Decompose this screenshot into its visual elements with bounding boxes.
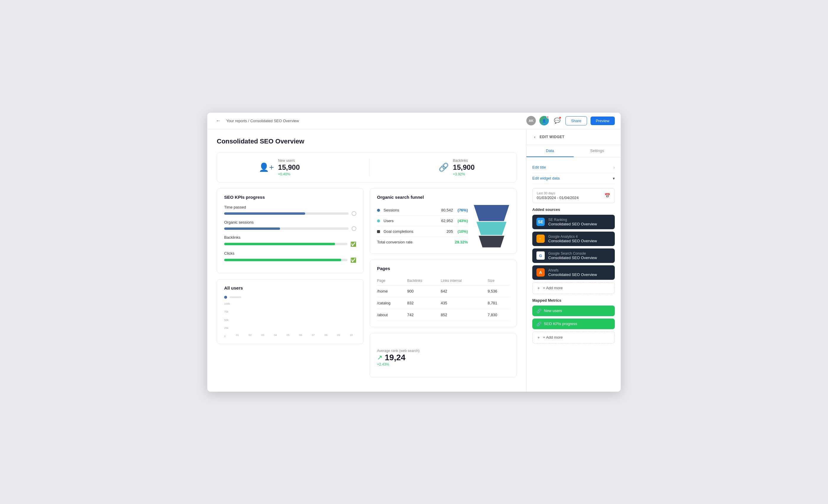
mapped-metrics-label: Mapped Metrics bbox=[532, 298, 615, 303]
edit-title-arrow-icon: › bbox=[613, 165, 615, 170]
add-source-button[interactable]: ＋ + Add more bbox=[532, 282, 615, 294]
new-users-info: New users 15,900 +0.40% bbox=[278, 159, 299, 176]
avatar-dot bbox=[546, 116, 549, 118]
comment-button[interactable]: 💬 bbox=[552, 116, 562, 125]
source-google-analytics[interactable]: Google Analytics 4 Consolidated SEO Over… bbox=[532, 232, 615, 246]
panel-header: ‹ EDIT WIDGET bbox=[526, 129, 621, 145]
metric-new-users[interactable]: 🔗 New users bbox=[532, 305, 615, 316]
kpi-circle-organic bbox=[351, 226, 356, 231]
panel-content: Edit title › Edit widget data ▾ Last 30 … bbox=[526, 157, 621, 352]
avg-rank-label: Average rank (web search) bbox=[377, 349, 420, 353]
funnel-visualization bbox=[474, 205, 509, 248]
back-button[interactable]: ← bbox=[213, 117, 223, 125]
add-metric-plus-icon: ＋ bbox=[537, 335, 541, 340]
bar-col: 06 bbox=[295, 332, 306, 337]
add-source-plus-icon: ＋ bbox=[537, 285, 541, 291]
tab-settings[interactable]: Settings bbox=[574, 145, 621, 157]
edit-widget-data-link[interactable]: Edit widget data bbox=[532, 176, 560, 180]
new-users-icon: 👤+ bbox=[259, 162, 274, 172]
source-ga-name: Google Analytics 4 bbox=[548, 235, 611, 239]
edit-title-link[interactable]: Edit title bbox=[532, 165, 546, 169]
bar-col: 04 bbox=[270, 332, 281, 337]
pages-table: Page Backlinks Links internal Size /home… bbox=[377, 276, 509, 321]
top-bar-right: AK 👤 💬 Share Preview bbox=[526, 116, 615, 125]
source-se-desc: Consolidated SEO Overview bbox=[548, 222, 611, 226]
panel-title: EDIT WIDGET bbox=[540, 135, 565, 139]
edit-widget-data-chevron-icon: ▾ bbox=[613, 176, 615, 181]
seo-kpis-card: SEO KPIs progress Time passed Org bbox=[217, 188, 364, 273]
new-users-stat: 👤+ New users 15,900 +0.40% bbox=[259, 159, 300, 176]
ahrefs-icon: A bbox=[536, 268, 545, 277]
new-users-label: New users bbox=[278, 159, 299, 163]
all-users-card: All users 100k 75k 50k 25k 0 bbox=[217, 279, 364, 344]
metric-seo-kpis-label: SEO KPIs progress bbox=[544, 322, 577, 326]
avg-rank-card: Average rank (web search) ↗ 19,24 +2.43% bbox=[370, 333, 516, 377]
new-users-value: 15,900 bbox=[278, 163, 299, 172]
gsc-icon: G bbox=[536, 251, 545, 260]
metric-link-icon-2: 🔗 bbox=[536, 322, 541, 326]
bar-col: 09 bbox=[334, 332, 344, 337]
kpi-circle-time bbox=[351, 211, 356, 216]
new-users-change: +0.40% bbox=[278, 172, 299, 176]
content-area: Consolidated SEO Overview 👤+ New users 1… bbox=[207, 129, 526, 391]
source-ahrefs-desc: Consolidated SEO Overview bbox=[548, 272, 611, 277]
add-metric-button[interactable]: ＋ + Add more bbox=[532, 332, 615, 343]
right-panel: ‹ EDIT WIDGET Data Settings Edit title ›… bbox=[526, 129, 621, 391]
kpi-check-backlinks: ✅ bbox=[350, 241, 356, 247]
funnel-total: Total conversion rate 29.32% bbox=[377, 237, 468, 247]
source-google-search-console[interactable]: G Google Search Console Consolidated SEO… bbox=[532, 248, 615, 263]
kpi-check-clicks: ✅ bbox=[350, 257, 356, 263]
top-bar: ← Your reports / Consolidated SEO Overvi… bbox=[207, 113, 621, 129]
rank-change: +2.43% bbox=[377, 362, 420, 367]
col-right: Organic search funnel Sessions 80,542 (7… bbox=[370, 188, 516, 383]
tab-data[interactable]: Data bbox=[526, 145, 574, 157]
stats-row: 👤+ New users 15,900 +0.40% 🔗 Backlinks 1… bbox=[217, 152, 516, 182]
date-value: 01/03/2024 - 01/04/2024 bbox=[537, 196, 579, 200]
source-ahrefs[interactable]: A Ahrefs Consolidated SEO Overview bbox=[532, 265, 615, 280]
source-gsc-name: Google Search Console bbox=[548, 251, 611, 256]
backlinks-info: Backlinks 15,900 +3.92% bbox=[453, 159, 474, 176]
bar-col: 02 bbox=[245, 332, 255, 337]
stat-divider bbox=[369, 159, 369, 176]
page-title: Consolidated SEO Overview bbox=[217, 137, 516, 145]
bar-col: 10 bbox=[346, 332, 356, 337]
kpi-time-passed: Time passed bbox=[224, 205, 356, 216]
breadcrumb: Your reports / Consolidated SEO Overview bbox=[226, 119, 299, 123]
edit-title-row: Edit title › bbox=[532, 162, 615, 173]
source-gsc-desc: Consolidated SEO Overview bbox=[548, 256, 611, 260]
backlinks-change: +3.92% bbox=[453, 172, 474, 176]
se-ranking-icon: SE bbox=[536, 218, 545, 226]
funnel-row-sessions: Sessions 80,542 (76%) bbox=[377, 205, 468, 216]
source-se-ranking[interactable]: SE SE Ranking Consolidated SEO Overview bbox=[532, 215, 615, 229]
col-page: Page bbox=[377, 276, 407, 285]
col-backlinks: Backlinks bbox=[407, 276, 441, 285]
kpi-backlinks: Backlinks ✅ bbox=[224, 235, 356, 247]
metric-link-icon: 🔗 bbox=[536, 308, 541, 313]
panel-back-button[interactable]: ‹ bbox=[532, 134, 537, 140]
preview-button[interactable]: Preview bbox=[590, 117, 615, 125]
backlinks-label: Backlinks bbox=[453, 159, 474, 163]
col-size: Size bbox=[488, 276, 509, 285]
bar-col: 01 bbox=[233, 332, 243, 337]
avatar-photo: 👤 bbox=[539, 116, 549, 125]
bar-chart: 01 02 03 bbox=[233, 302, 356, 338]
source-ahrefs-name: Ahrefs bbox=[548, 268, 611, 272]
metric-seo-kpis[interactable]: 🔗 SEO KPIs progress bbox=[532, 319, 615, 329]
metric-new-users-label: New users bbox=[544, 308, 562, 313]
funnel-row-users: Users 62,952 (43%) bbox=[377, 216, 468, 226]
col-links-internal: Links internal bbox=[441, 276, 488, 285]
added-sources-label: Added sources bbox=[532, 207, 615, 212]
comment-badge bbox=[559, 117, 561, 119]
date-info: Last 30 days 01/03/2024 - 01/04/2024 bbox=[537, 192, 579, 200]
bar-col: 05 bbox=[283, 332, 293, 337]
table-row: /catalog 832 435 8,781 bbox=[377, 297, 509, 309]
two-col: SEO KPIs progress Time passed Org bbox=[217, 188, 516, 383]
funnel-title: Organic search funnel bbox=[377, 195, 509, 200]
pages-title: Pages bbox=[377, 266, 509, 271]
share-button[interactable]: Share bbox=[566, 116, 587, 125]
avg-rank-section: Average rank (web search) ↗ 19,24 +2.43% bbox=[377, 344, 509, 371]
panel-tabs: Data Settings bbox=[526, 145, 621, 157]
bar-col: 07 bbox=[308, 332, 319, 337]
date-field[interactable]: Last 30 days 01/03/2024 - 01/04/2024 📅 bbox=[532, 188, 615, 203]
pages-card: Pages Page Backlinks Links internal Size bbox=[370, 260, 516, 327]
